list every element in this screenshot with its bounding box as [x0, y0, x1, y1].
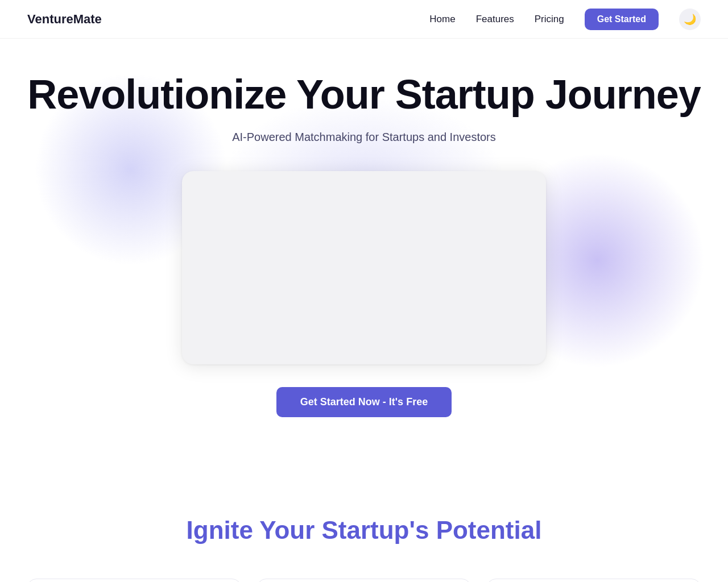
theme-toggle-button[interactable]: 🌙 [679, 9, 701, 30]
feature-card-target [487, 579, 701, 582]
hero-preview-card [182, 171, 546, 364]
feature-card-rocket [27, 579, 241, 582]
hero-section: Revolutionize Your Startup Journey AI-Po… [0, 39, 728, 482]
moon-icon: 🌙 [684, 13, 696, 26]
hero-subtitle: AI-Powered Matchmaking for Startups and … [27, 131, 701, 144]
nav-get-started-button[interactable]: Get Started [585, 9, 659, 30]
nav-pricing-link[interactable]: Pricing [535, 14, 564, 25]
features-grid [27, 579, 701, 582]
navbar: VentureMate Home Features Pricing Get St… [0, 0, 728, 39]
nav-home-link[interactable]: Home [429, 14, 455, 25]
feature-card-bolt [257, 579, 471, 582]
nav-logo: VentureMate [27, 12, 102, 27]
nav-features-link[interactable]: Features [476, 14, 514, 25]
hero-cta-button[interactable]: Get Started Now - It's Free [276, 387, 452, 417]
features-section: Ignite Your Startup's Potential [0, 482, 728, 582]
features-title: Ignite Your Startup's Potential [27, 516, 701, 544]
hero-title: Revolutionize Your Startup Journey [27, 73, 701, 117]
nav-links: Home Features Pricing Get Started 🌙 [429, 9, 701, 30]
